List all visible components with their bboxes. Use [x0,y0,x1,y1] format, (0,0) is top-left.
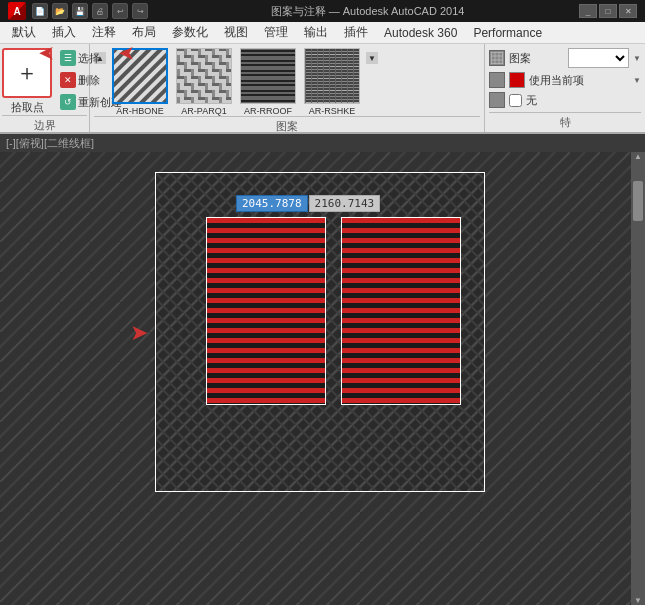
ar-rshke-thumb [304,48,360,104]
right-section-label: 特 [489,112,641,130]
coord-y: 2160.7143 [309,195,381,212]
color-swatch[interactable] [509,72,525,88]
app-logo: A [8,2,26,20]
canvas-area: 2045.7878 2160.7143 [0,152,645,605]
pick-point-label: 拾取点 [11,100,44,115]
svg-rect-53 [342,218,460,404]
menu-manage[interactable]: 管理 [256,22,296,43]
current-dropdown-arrow-icon: ▼ [633,76,641,85]
ar-rroof-svg [241,48,295,104]
scroll-down-icon[interactable]: ▼ [366,52,378,64]
minimize-button[interactable]: _ [579,4,597,18]
ar-hbone-svg [114,48,166,104]
canvas-arrow-indicator: ➤ [130,320,148,346]
menu-view[interactable]: 视图 [216,22,256,43]
menu-bar: 默认 插入 注释 布局 参数化 视图 管理 输出 插件 Autodesk 360… [0,22,645,44]
redo-icon[interactable]: ↪ [132,3,148,19]
svg-rect-50 [207,218,325,404]
pattern-dropdown[interactable] [568,48,629,68]
left-stripe-svg [207,218,325,404]
coord-x: 2045.7878 [236,195,308,212]
pattern-items-row: ▲ AR-HBONE [94,48,480,116]
scroll-down-button[interactable]: ▼ [634,596,642,605]
svg-rect-14 [241,48,295,104]
menu-layout[interactable]: 布局 [124,22,164,43]
pick-point-button[interactable]: ＋ [2,48,52,98]
right-stripe-svg [342,218,460,404]
menu-addins[interactable]: 插件 [336,22,376,43]
save-icon[interactable]: 💾 [72,3,88,19]
view-label: [-][俯视][二维线框] [0,134,645,152]
ar-parq1-label: AR-PARQ1 [181,106,226,116]
delete-icon: ✕ [60,72,76,88]
color-swatch-container [489,72,505,88]
ar-rroof-thumb [240,48,296,104]
menu-parametric[interactable]: 参数化 [164,22,216,43]
ar-parq1-thumb [176,48,232,104]
scroll-thumb[interactable] [633,181,643,221]
ar-rshke-svg [305,48,359,104]
ar-rshke-label: AR-RSHKE [309,106,356,116]
pattern-ar-rroof[interactable]: AR-RROOF [238,48,298,116]
scroll-up-button[interactable]: ▲ [634,152,642,161]
open-icon[interactable]: 📂 [52,3,68,19]
dropdown-arrow-icon: ▼ [633,54,641,63]
current-item-row: 使用当前项 ▼ [489,72,641,88]
svg-rect-3 [114,48,166,104]
print-icon[interactable]: 🖨 [92,3,108,19]
left-stripe-rect [206,217,326,405]
ar-parq1-svg [177,48,231,104]
none-icon [489,92,505,108]
menu-output[interactable]: 输出 [296,22,336,43]
pattern-scroll-down[interactable]: ▼ [366,48,378,64]
boundary-section: ＋ 拾取点 ☰ 选择 ✕ 删除 ↺ 重新创建 边界 [0,44,90,132]
vertical-scrollbar[interactable]: ▲ ▼ [631,152,645,605]
pattern-section-label: 图案 [94,116,480,134]
menu-performance[interactable]: Performance [465,24,550,42]
pattern-row: 图案 ▼ [489,48,641,68]
pattern-icon [489,50,505,66]
ar-hbone-thumb [112,48,168,104]
title-bar: A 📄 📂 💾 🖨 ↩ ↪ 图案与注释 — Autodesk AutoCAD 2… [0,0,645,22]
svg-rect-9 [177,48,231,104]
boundary-section-label: 边界 [2,115,87,133]
maximize-button[interactable]: □ [599,4,617,18]
ar-rroof-label: AR-RROOF [244,106,292,116]
quick-access-toolbar: 📄 📂 💾 🖨 ↩ ↪ [32,3,148,19]
right-stripe-rect [341,217,461,405]
pattern-icon-svg [491,52,503,64]
none-row: 无 [489,92,641,108]
pattern-ar-rshke[interactable]: AR-RSHKE [302,48,362,116]
select-icon: ☰ [60,50,76,66]
pick-point-icon: ＋ [16,58,38,88]
pattern-ar-parq1[interactable]: AR-PARQ1 [174,48,234,116]
menu-insert[interactable]: 插入 [44,22,84,43]
pattern-property-label: 图案 [509,51,564,66]
use-current-label: 使用当前项 [529,73,629,88]
pattern-section: ▲ AR-HBONE [90,44,485,132]
none-checkbox[interactable] [509,94,522,107]
menu-annotate[interactable]: 注释 [84,22,124,43]
main-drawing-border: 2045.7878 2160.7143 [155,172,485,492]
svg-rect-23 [491,52,503,64]
properties-section: 图案 ▼ 使用当前项 ▼ 无 特 [485,44,645,132]
new-icon[interactable]: 📄 [32,3,48,19]
coordinate-display: 2045.7878 2160.7143 [236,195,380,212]
close-button[interactable]: ✕ [619,4,637,18]
undo-icon[interactable]: ↩ [112,3,128,19]
svg-rect-22 [305,48,359,104]
ribbon: ＋ 拾取点 ☰ 选择 ✕ 删除 ↺ 重新创建 边界 [0,44,645,134]
menu-default[interactable]: 默认 [4,22,44,43]
menu-autodesk360[interactable]: Autodesk 360 [376,24,465,42]
document-title: 图案与注释 — Autodesk AutoCAD 2014 [156,4,579,19]
add-point-area: ＋ 拾取点 [2,48,52,115]
recreate-icon: ↺ [60,94,76,110]
none-label: 无 [526,93,537,108]
window-controls: _ □ ✕ [579,4,637,18]
